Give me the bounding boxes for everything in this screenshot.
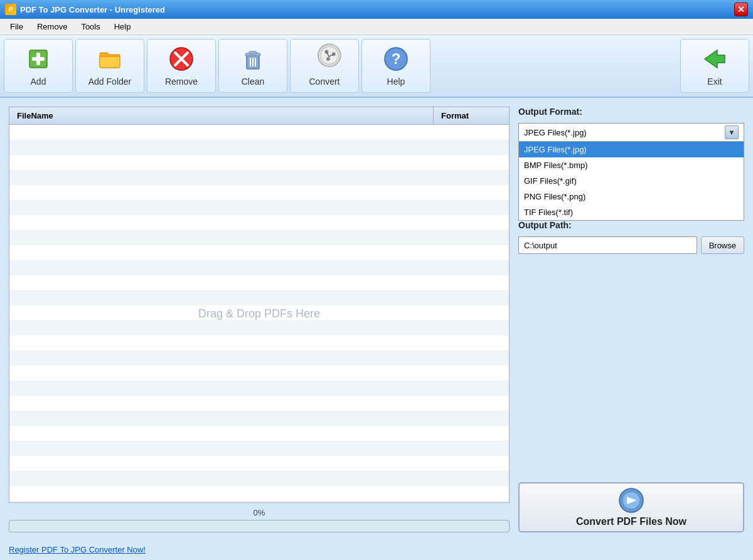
toolbar-spacer	[433, 39, 678, 93]
add-icon	[24, 45, 52, 73]
exit-icon	[701, 45, 729, 73]
convert-now-label: Convert PDF Files Now	[576, 516, 686, 527]
remove-icon	[168, 45, 195, 73]
convert-icon	[311, 45, 338, 73]
file-panel: FileName Format Drag & Drop PDFs Here 0%	[9, 107, 510, 532]
help-icon: ?	[382, 45, 410, 73]
format-option-jpeg[interactable]: JPEG Files(*.jpg)	[519, 142, 744, 157]
exit-button[interactable]: Exit	[680, 39, 749, 93]
help-button[interactable]: ? Help	[361, 39, 430, 93]
clean-icon	[239, 45, 267, 73]
convert-button-label: Convert	[309, 77, 339, 87]
add-button[interactable]: Add	[4, 39, 73, 93]
add-folder-button[interactable]: Add Folder	[75, 39, 144, 93]
format-option-png[interactable]: PNG Files(*.png)	[519, 189, 744, 204]
drag-drop-text: Drag & Drop PDFs Here	[198, 307, 320, 320]
exit-button-label: Exit	[707, 77, 722, 87]
convert-now-icon	[618, 487, 644, 514]
output-path-label: Output Path:	[518, 220, 744, 230]
title-bar: P PDF To JPG Converter - Unregistered ✕	[0, 0, 753, 19]
svg-marker-19	[705, 50, 725, 68]
clean-button-label: Clean	[242, 77, 265, 87]
menu-tools[interactable]: Tools	[75, 20, 106, 33]
add-button-label: Add	[31, 77, 46, 87]
output-path-row: Browse	[518, 236, 744, 254]
svg-text:?: ?	[392, 50, 401, 67]
svg-rect-2	[32, 57, 45, 61]
format-select-display[interactable]: JPEG Files(*.jpg) ▼	[518, 123, 744, 142]
close-button[interactable]: ✕	[734, 3, 748, 16]
menu-file[interactable]: File	[4, 20, 29, 33]
bottom-bar: Register PDF To JPG Converter Now!	[0, 541, 753, 560]
svg-rect-8	[249, 51, 257, 54]
help-button-label: Help	[387, 77, 405, 87]
format-dropdown: JPEG Files(*.jpg) BMP Files(*.bmp) GIF F…	[518, 142, 744, 221]
format-option-tif[interactable]: TIF Files(*.tif)	[519, 204, 744, 220]
format-select-container: JPEG Files(*.jpg) ▼ JPEG Files(*.jpg) BM…	[518, 123, 744, 142]
title-bar-left: P PDF To JPG Converter - Unregistered	[5, 4, 165, 15]
menu-help[interactable]: Help	[108, 20, 137, 33]
dropdown-arrow-icon: ▼	[725, 125, 739, 139]
col-filename-header: FileName	[9, 107, 434, 124]
add-folder-icon	[96, 45, 124, 73]
menu-bar: File Remove Tools Help	[0, 19, 753, 35]
app-icon: P	[5, 4, 16, 15]
format-option-gif[interactable]: GIF Files(*.gif)	[519, 173, 744, 189]
output-format-label: Output Format:	[518, 107, 744, 117]
main-content: FileName Format Drag & Drop PDFs Here 0%…	[0, 98, 753, 541]
browse-button[interactable]: Browse	[701, 236, 744, 254]
remove-button[interactable]: Remove	[147, 39, 216, 93]
selected-format-text: JPEG Files(*.jpg)	[524, 128, 587, 137]
output-path-input[interactable]	[518, 236, 697, 254]
menu-remove[interactable]: Remove	[31, 20, 73, 33]
window-title: PDF To JPG Converter - Unregistered	[20, 5, 165, 14]
register-link[interactable]: Register PDF To JPG Converter Now!	[9, 545, 146, 554]
progress-area: 0%	[9, 508, 510, 532]
right-panel: Output Format: JPEG Files(*.jpg) ▼ JPEG …	[518, 107, 744, 532]
file-table-header: FileName Format	[9, 107, 509, 125]
remove-button-label: Remove	[165, 77, 198, 87]
add-folder-button-label: Add Folder	[88, 77, 131, 87]
progress-percent: 0%	[254, 508, 265, 517]
progress-bar-container	[9, 520, 510, 532]
toolbar: Add Add Folder Remove	[0, 35, 753, 98]
format-option-bmp[interactable]: BMP Files(*.bmp)	[519, 157, 744, 173]
clean-button[interactable]: Clean	[218, 39, 287, 93]
col-format-header: Format	[434, 107, 509, 124]
file-table: FileName Format Drag & Drop PDFs Here	[9, 107, 510, 503]
convert-now-button[interactable]: Convert PDF Files Now	[518, 482, 744, 532]
file-table-body[interactable]: Drag & Drop PDFs Here	[9, 125, 509, 502]
convert-button[interactable]: Convert	[290, 39, 359, 93]
